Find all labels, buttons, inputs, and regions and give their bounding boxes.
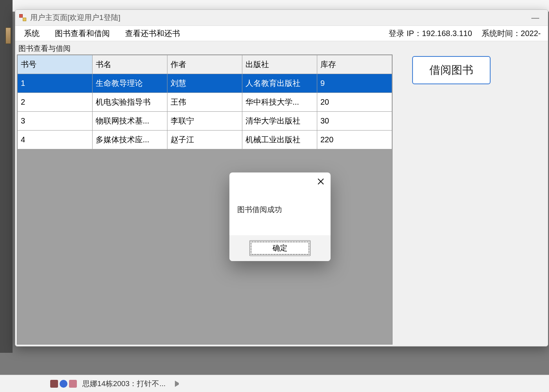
taskbar-tray-icons [50,380,77,388]
dialog-ok-button[interactable]: 确定 [249,240,311,256]
taskbar-notification-text[interactable]: 思娜14栋2003：打针不... [82,379,165,389]
dialog-overlay: 图书借阅成功 确定 [0,0,549,392]
message-dialog: 图书借阅成功 确定 [229,172,331,261]
speaker-muted-icon[interactable] [175,381,181,387]
dialog-footer: 确定 [229,235,331,261]
taskbar[interactable]: 思娜14栋2003：打针不... [0,375,549,392]
close-icon[interactable] [316,176,326,187]
desktop: 用户主页面[欢迎用户1登陆] — 系统 图书查看和借阅 查看还书和还书 登录 I… [0,0,549,392]
tray-icon-3[interactable] [69,380,77,388]
tray-icon-1[interactable] [50,380,58,388]
tray-icon-2[interactable] [60,380,67,388]
dialog-titlebar[interactable] [229,172,331,191]
dialog-message: 图书借阅成功 [229,191,331,235]
